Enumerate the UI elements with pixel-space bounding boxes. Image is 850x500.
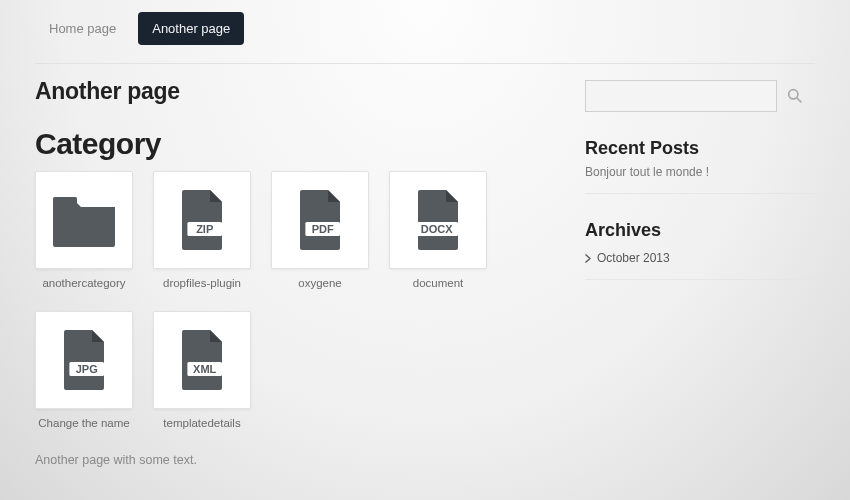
- file-item: JPGChange the name: [35, 311, 133, 431]
- file-label: templatedetails: [153, 415, 251, 431]
- file-item: anothercategory: [35, 171, 133, 291]
- file-grid: anothercategoryZIPdropfiles-pluginPDFoxy…: [35, 171, 555, 431]
- chevron-right-icon: [585, 254, 591, 263]
- top-nav: Home pageAnother page: [35, 12, 815, 64]
- file-item: ZIPdropfiles-plugin: [153, 171, 251, 291]
- file-item: DOCXdocument: [389, 171, 487, 291]
- sidebar: Recent Posts Bonjour tout le monde ! Arc…: [585, 72, 815, 467]
- svg-text:ZIP: ZIP: [196, 223, 213, 235]
- docx-file-icon[interactable]: DOCX: [389, 171, 487, 269]
- archive-link-label: October 2013: [597, 251, 670, 265]
- archives-heading: Archives: [585, 220, 815, 241]
- file-label: anothercategory: [35, 275, 133, 291]
- folder-icon[interactable]: [35, 171, 133, 269]
- nav-item-home-page[interactable]: Home page: [35, 12, 130, 45]
- recent-post-link[interactable]: Bonjour tout le monde !: [585, 165, 815, 179]
- file-label: dropfiles-plugin: [153, 275, 251, 291]
- search-input[interactable]: [585, 80, 777, 112]
- svg-text:JPG: JPG: [76, 363, 98, 375]
- svg-line-12: [797, 98, 801, 102]
- file-item: PDFoxygene: [271, 171, 369, 291]
- file-label: oxygene: [271, 275, 369, 291]
- svg-text:PDF: PDF: [312, 223, 334, 235]
- nav-item-another-page[interactable]: Another page: [138, 12, 244, 45]
- search-icon[interactable]: [787, 88, 803, 104]
- file-label: document: [389, 275, 487, 291]
- jpg-file-icon[interactable]: JPG: [35, 311, 133, 409]
- svg-text:XML: XML: [193, 363, 217, 375]
- pdf-file-icon[interactable]: PDF: [271, 171, 369, 269]
- main-content: Another page Category anothercategoryZIP…: [35, 72, 555, 467]
- svg-rect-0: [53, 197, 77, 207]
- archive-link[interactable]: October 2013: [585, 251, 815, 265]
- recent-posts-heading: Recent Posts: [585, 138, 815, 159]
- zip-file-icon[interactable]: ZIP: [153, 171, 251, 269]
- svg-text:DOCX: DOCX: [421, 223, 453, 235]
- page-body-text: Another page with some text.: [35, 453, 555, 467]
- category-title: Category: [35, 127, 555, 161]
- file-item: XMLtemplatedetails: [153, 311, 251, 431]
- page-title: Another page: [35, 78, 555, 105]
- file-label: Change the name: [35, 415, 133, 431]
- xml-file-icon[interactable]: XML: [153, 311, 251, 409]
